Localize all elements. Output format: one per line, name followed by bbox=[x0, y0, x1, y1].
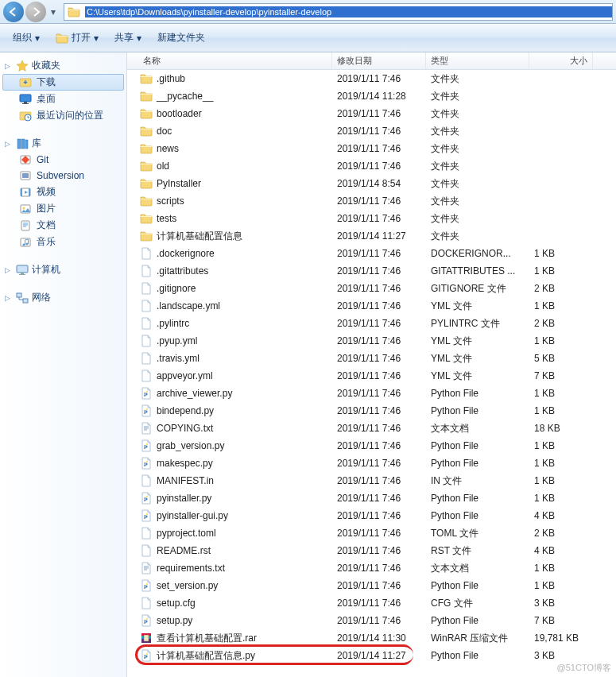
file-name: bootloader bbox=[157, 108, 202, 119]
py-icon bbox=[140, 579, 153, 592]
file-row[interactable]: COPYING.txt2019/1/11 7:46文本文档18 KB bbox=[127, 420, 616, 437]
py-icon bbox=[140, 614, 153, 627]
file-row[interactable]: setup.py2019/1/11 7:46Python File7 KB bbox=[127, 612, 616, 629]
file-date: 2019/1/11 7:46 bbox=[332, 318, 426, 329]
file-icon bbox=[140, 597, 153, 609]
col-size[interactable]: 大小 bbox=[529, 52, 593, 69]
open-button[interactable]: 打开 ▾ bbox=[48, 27, 107, 48]
sidebar-item-git[interactable]: Git bbox=[0, 152, 126, 168]
address-bar[interactable]: C:\Users\tdp\Downloads\pyinstaller-devel… bbox=[64, 3, 613, 21]
file-row[interactable]: .dockerignore2019/1/11 7:46DOCKERIGNOR..… bbox=[127, 245, 616, 262]
docs-icon bbox=[19, 219, 32, 232]
file-list: .github2019/1/11 7:46文件夹__pycache__2019/… bbox=[127, 70, 616, 664]
file-view: 名称 修改日期 类型 大小 .github2019/1/11 7:46文件夹__… bbox=[127, 52, 616, 677]
sidebar-item-videos[interactable]: 视频 bbox=[0, 184, 126, 200]
file-row[interactable]: appveyor.yml2019/1/11 7:46YML 文件7 KB bbox=[127, 367, 616, 385]
file-name: pyinstaller.py bbox=[157, 493, 211, 504]
file-row[interactable]: __pycache__2019/1/14 11:28文件夹 bbox=[127, 87, 616, 105]
col-date[interactable]: 修改日期 bbox=[332, 52, 426, 69]
file-row[interactable]: pyinstaller-gui.py2019/1/11 7:46Python F… bbox=[127, 507, 616, 524]
file-row[interactable]: README.rst2019/1/11 7:46RST 文件4 KB bbox=[127, 542, 616, 559]
file-row[interactable]: scripts2019/1/11 7:46文件夹 bbox=[127, 192, 616, 210]
file-name: archive_viewer.py bbox=[157, 388, 232, 399]
share-button[interactable]: 共享 ▾ bbox=[107, 27, 149, 48]
sidebar-item-svn[interactable]: Subversion bbox=[0, 168, 126, 184]
file-row[interactable]: requirements.txt2019/1/11 7:46文本文档1 KB bbox=[127, 559, 616, 577]
col-name[interactable]: 名称 bbox=[127, 52, 332, 69]
file-name: appveyor.yml bbox=[157, 370, 213, 381]
toolbar: 组织 ▾ 打开 ▾ 共享 ▾ 新建文件夹 bbox=[0, 24, 616, 52]
file-row[interactable]: .landscape.yml2019/1/11 7:46YML 文件1 KB bbox=[127, 297, 616, 315]
file-row[interactable]: makespec.py2019/1/11 7:46Python File1 KB bbox=[127, 455, 616, 472]
sidebar-item-documents[interactable]: 文档 bbox=[0, 217, 126, 234]
py-icon bbox=[140, 404, 153, 417]
file-size: 2 KB bbox=[529, 318, 593, 329]
nav-back-button[interactable] bbox=[3, 2, 24, 22]
file-row[interactable]: 查看计算机基础配置.rar2019/1/14 11:30WinRAR 压缩文件1… bbox=[127, 629, 616, 647]
py-icon bbox=[140, 457, 153, 470]
txt-icon bbox=[140, 422, 153, 435]
file-row[interactable]: .gitattributes2019/1/11 7:46GITATTRIBUTE… bbox=[127, 262, 616, 280]
sidebar-item-pictures[interactable]: 图片 bbox=[0, 200, 126, 217]
py-icon bbox=[140, 492, 153, 505]
file-type: GITATTRIBUTES ... bbox=[426, 265, 529, 277]
sidebar-favorites-header[interactable]: ▷收藏夹 bbox=[0, 57, 126, 74]
file-row[interactable]: .github2019/1/11 7:46文件夹 bbox=[127, 70, 616, 87]
col-type[interactable]: 类型 bbox=[426, 52, 529, 69]
file-name: makespec.py bbox=[157, 458, 213, 469]
file-row[interactable]: old2019/1/11 7:46文件夹 bbox=[127, 157, 616, 175]
file-row[interactable]: bootloader2019/1/11 7:46文件夹 bbox=[127, 105, 616, 122]
file-row[interactable]: news2019/1/11 7:46文件夹 bbox=[127, 140, 616, 157]
py-icon bbox=[140, 649, 153, 662]
file-date: 2019/1/14 11:27 bbox=[332, 650, 426, 661]
file-type: IN 文件 bbox=[426, 474, 529, 488]
file-size: 18 KB bbox=[529, 423, 593, 434]
new-folder-button[interactable]: 新建文件夹 bbox=[149, 27, 213, 48]
file-row[interactable]: pyproject.toml2019/1/11 7:46TOML 文件2 KB bbox=[127, 524, 616, 542]
file-icon bbox=[140, 352, 153, 365]
file-type: 文件夹 bbox=[426, 160, 529, 173]
file-date: 2019/1/11 7:46 bbox=[332, 423, 426, 434]
file-row[interactable]: PyInstaller2019/1/14 8:54文件夹 bbox=[127, 175, 616, 192]
sidebar-item-desktop[interactable]: 桌面 bbox=[0, 91, 126, 107]
file-row[interactable]: .pylintrc2019/1/11 7:46PYLINTRC 文件2 KB bbox=[127, 315, 616, 332]
file-row[interactable]: grab_version.py2019/1/11 7:46Python File… bbox=[127, 437, 616, 455]
file-size: 5 KB bbox=[529, 353, 593, 364]
column-header: 名称 修改日期 类型 大小 bbox=[127, 52, 616, 70]
file-row[interactable]: 计算机基础配置信息2019/1/14 11:27文件夹 bbox=[127, 227, 616, 245]
sidebar-item-recent[interactable]: 最近访问的位置 bbox=[0, 107, 126, 124]
file-row[interactable]: .gitignore2019/1/11 7:46GITIGNORE 文件2 KB bbox=[127, 280, 616, 297]
file-row[interactable]: MANIFEST.in2019/1/11 7:46IN 文件1 KB bbox=[127, 472, 616, 489]
file-row[interactable]: pyinstaller.py2019/1/11 7:46Python File1… bbox=[127, 489, 616, 507]
file-date: 2019/1/11 7:46 bbox=[332, 265, 426, 277]
file-date: 2019/1/11 7:46 bbox=[332, 388, 426, 399]
file-row[interactable]: doc2019/1/11 7:46文件夹 bbox=[127, 122, 616, 140]
file-date: 2019/1/11 7:46 bbox=[332, 161, 426, 172]
file-row[interactable]: archive_viewer.py2019/1/11 7:46Python Fi… bbox=[127, 385, 616, 402]
chevron-down-icon: ▾ bbox=[94, 33, 99, 44]
file-date: 2019/1/11 7:46 bbox=[332, 195, 426, 207]
file-name: doc bbox=[157, 126, 172, 137]
sidebar-computer[interactable]: ▷计算机 bbox=[0, 261, 126, 278]
sidebar-item-music[interactable]: 音乐 bbox=[0, 234, 126, 250]
file-name: 计算机基础配置信息.py bbox=[157, 649, 255, 663]
file-row[interactable]: .pyup.yml2019/1/11 7:46YML 文件1 KB bbox=[127, 332, 616, 350]
py-icon bbox=[140, 509, 153, 522]
sidebar-item-downloads[interactable]: 下载 bbox=[2, 74, 124, 91]
file-row[interactable]: .travis.yml2019/1/11 7:46YML 文件5 KB bbox=[127, 350, 616, 367]
nav-history-dropdown[interactable]: ▾ bbox=[48, 4, 59, 20]
sidebar-libraries-header[interactable]: ▷库 bbox=[0, 135, 126, 152]
expand-icon: ▷ bbox=[5, 140, 13, 148]
address-path[interactable]: C:\Users\tdp\Downloads\pyinstaller-devel… bbox=[85, 6, 612, 17]
organize-button[interactable]: 组织 ▾ bbox=[5, 27, 48, 48]
sidebar: ▷收藏夹 下载 桌面 最近访问的位置 ▷库 Git Subversion 视频 … bbox=[0, 52, 127, 677]
file-row[interactable]: setup.cfg2019/1/11 7:46CFG 文件3 KB bbox=[127, 594, 616, 612]
file-row[interactable]: 计算机基础配置信息.py2019/1/14 11:27Python File3 … bbox=[127, 647, 616, 664]
file-row[interactable]: tests2019/1/11 7:46文件夹 bbox=[127, 210, 616, 227]
file-name: 计算机基础配置信息 bbox=[157, 230, 242, 243]
sidebar-network[interactable]: ▷网络 bbox=[0, 289, 126, 306]
file-row[interactable]: bindepend.py2019/1/11 7:46Python File1 K… bbox=[127, 402, 616, 420]
nav-forward-button[interactable] bbox=[25, 2, 46, 22]
py-icon bbox=[140, 439, 153, 452]
file-row[interactable]: set_version.py2019/1/11 7:46Python File1… bbox=[127, 577, 616, 594]
